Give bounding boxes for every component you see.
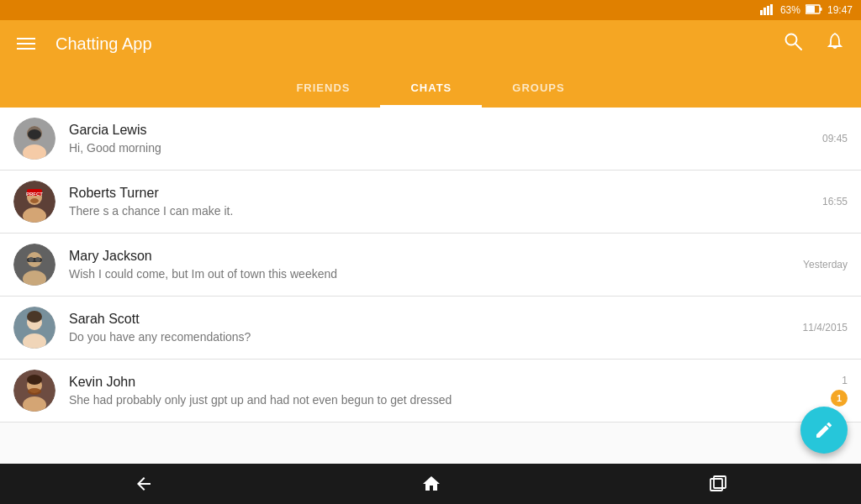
svg-line-8: [795, 44, 801, 50]
chat-content: Roberts TurnerThere s a chance I can mak…: [69, 186, 809, 218]
chat-meta: Yesterday: [803, 259, 848, 270]
chat-item[interactable]: Sarah ScottDo you have any recomendation…: [0, 297, 861, 360]
chat-item[interactable]: Mary JacksonWish I could come, but Im ou…: [0, 234, 861, 297]
status-bar: 63% 19:47: [0, 0, 861, 20]
app-bar: Chatting App: [0, 20, 861, 67]
chat-name: Garcia Lewis: [69, 123, 809, 138]
chat-content: Kevin JohnShe had probably only just gpt…: [69, 375, 817, 407]
chat-preview: There s a chance I can make it.: [69, 204, 809, 218]
chat-item[interactable]: PRFCT Roberts TurnerThere s a chance I c…: [0, 171, 861, 234]
chat-time: Yesterday: [803, 259, 848, 270]
battery-percentage: 63%: [780, 4, 800, 16]
time-display: 19:47: [827, 4, 853, 16]
avatar: [13, 370, 55, 412]
svg-text:PRFCT: PRFCT: [26, 192, 43, 197]
home-icon: [421, 474, 441, 494]
chat-content: Mary JacksonWish I could come, but Im ou…: [69, 249, 790, 281]
svg-rect-3: [770, 4, 773, 15]
back-button[interactable]: [117, 467, 171, 501]
svg-rect-36: [714, 476, 726, 488]
menu-button[interactable]: [13, 34, 39, 53]
bottom-nav: [0, 464, 861, 504]
home-button[interactable]: [404, 467, 458, 501]
chat-preview: Do you have any recomendations?: [69, 330, 790, 344]
search-icon: [784, 32, 802, 50]
svg-point-28: [27, 311, 42, 323]
app-title: Chatting App: [55, 34, 763, 54]
chat-meta: 11: [831, 375, 848, 407]
svg-point-24: [35, 257, 40, 262]
svg-point-18: [30, 198, 39, 203]
chat-meta: 16:55: [822, 196, 848, 207]
tab-bar: FRIENDS CHATS GROUPS: [0, 67, 861, 108]
recents-button[interactable]: [692, 468, 744, 500]
tab-friends[interactable]: FRIENDS: [266, 67, 380, 108]
chat-time: 11/4/2015: [803, 322, 848, 333]
tab-chats[interactable]: CHATS: [380, 67, 482, 108]
chat-name: Roberts Turner: [69, 186, 809, 201]
chat-content: Sarah ScottDo you have any recomendation…: [69, 312, 790, 344]
notifications-button[interactable]: [822, 29, 848, 59]
svg-rect-1: [763, 8, 766, 15]
chat-preview: She had probably only just gpt up and ha…: [69, 393, 817, 407]
avatar: [13, 244, 55, 286]
recents-icon: [709, 475, 727, 493]
tab-groups[interactable]: GROUPS: [482, 67, 594, 108]
compose-fab[interactable]: [800, 407, 848, 454]
chat-item[interactable]: Kevin JohnShe had probably only just gpt…: [0, 360, 861, 423]
bell-icon: [826, 32, 844, 50]
chat-content: Garcia LewisHi, Good morning: [69, 123, 809, 155]
svg-rect-35: [710, 479, 722, 491]
avatar: PRFCT: [13, 181, 55, 223]
battery-icon: [806, 3, 822, 18]
chat-list: Garcia LewisHi, Good morning09:45 PRFCT …: [0, 108, 861, 464]
chat-preview: Hi, Good morning: [69, 141, 809, 155]
signal-icon: [760, 3, 775, 18]
chat-name: Mary Jackson: [69, 249, 790, 264]
svg-rect-0: [760, 10, 763, 15]
chat-name: Kevin John: [69, 375, 817, 390]
avatar: [13, 307, 55, 349]
chat-time: 09:45: [822, 133, 848, 144]
chat-time: 1: [842, 375, 848, 386]
svg-point-33: [27, 375, 42, 385]
back-icon: [134, 474, 154, 494]
hamburger-icon: [17, 38, 35, 50]
chat-meta: 09:45: [822, 133, 848, 144]
chat-item[interactable]: Garcia LewisHi, Good morning09:45: [0, 108, 861, 171]
svg-rect-2: [767, 6, 769, 15]
edit-icon: [814, 420, 834, 440]
svg-rect-6: [820, 8, 822, 11]
svg-rect-5: [806, 6, 815, 13]
avatar: [13, 118, 55, 160]
svg-point-12: [27, 126, 42, 141]
svg-point-23: [29, 257, 34, 262]
chat-preview: Wish I could come, but Im out of town th…: [69, 267, 790, 281]
search-button[interactable]: [780, 29, 806, 59]
chat-time: 16:55: [822, 196, 848, 207]
chat-name: Sarah Scott: [69, 312, 790, 327]
unread-badge: 1: [831, 390, 848, 407]
svg-point-32: [28, 388, 41, 395]
app-bar-actions: [780, 29, 848, 59]
chat-meta: 11/4/2015: [803, 322, 848, 333]
